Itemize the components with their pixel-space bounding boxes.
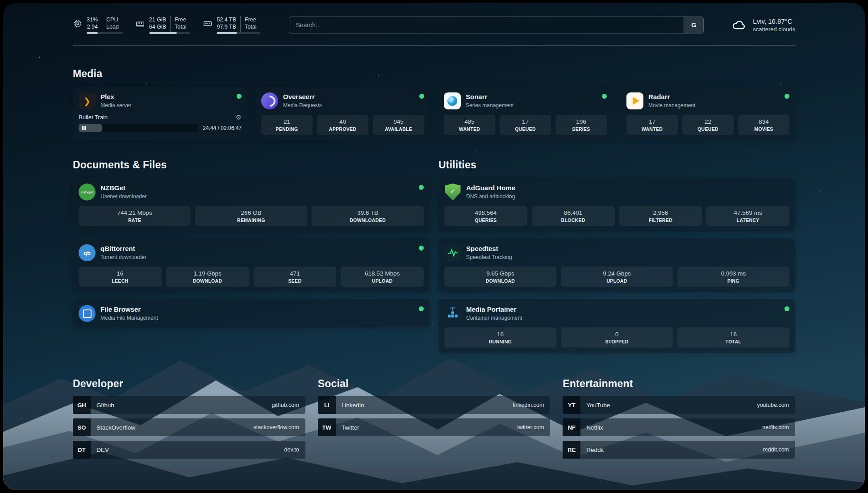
stat-box: 21PENDING: [261, 115, 313, 135]
card-speedtest[interactable]: Speedtest Speedtest Tracking 9.65 GbpsDO…: [438, 238, 795, 292]
status-online-dot: [785, 306, 789, 311]
filebrowser-icon: [79, 305, 96, 322]
topbar-divider: [73, 45, 795, 46]
radarr-icon: [626, 92, 643, 109]
stat-box: 0.993 msPING: [677, 267, 789, 287]
stat-box: 17WANTED: [626, 115, 678, 135]
section-developer: Developer GH Github github.com SO StackO…: [73, 378, 305, 459]
cloud-icon: [731, 18, 747, 32]
section-title-entertainment: Entertainment: [563, 378, 795, 390]
app-subtitle: Media Requests: [283, 102, 322, 109]
status-online-dot: [602, 94, 607, 99]
stackoverflow-badge-icon: SO: [73, 418, 91, 436]
card-overseerr[interactable]: Overseerr Media Requests 21PENDING 40APP…: [255, 87, 430, 140]
cpu-usage-bar: [87, 32, 123, 34]
link-linkedin[interactable]: LI LinkedIn linkedin.com: [318, 396, 551, 414]
app-name: Plex: [100, 93, 131, 101]
window-frame: 31% 2.94 CPU Load: [0, 0, 868, 493]
disk-free-label: Free: [245, 16, 256, 23]
card-sonarr[interactable]: Sonarr Series management 485WANTED 17QUE…: [438, 87, 613, 140]
cpu-widget: 31% 2.94 CPU Load: [73, 16, 123, 34]
speedtest-icon: [444, 244, 461, 261]
disk-free: 52.4 TB: [217, 16, 236, 23]
app-name: Speedtest: [466, 245, 512, 253]
card-plex[interactable]: ❯ Plex Media server Bullet Train ⚙: [73, 87, 247, 140]
adguard-icon: ✓: [444, 184, 461, 201]
status-online-dot: [237, 94, 242, 99]
app-subtitle: Movie management: [648, 102, 695, 109]
portainer-icon: [444, 305, 461, 322]
search-bar: G: [289, 17, 704, 33]
section-social: Social LI LinkedIn linkedin.com TW Twitt…: [318, 378, 551, 436]
disk-total: 97.9 TB: [217, 23, 236, 30]
playback-progress-bar: [79, 124, 198, 132]
card-nzbget[interactable]: nzbget NZBGet Usenet downloader 744.21 M…: [73, 178, 430, 231]
app-subtitle: Series management: [466, 102, 513, 109]
netflix-badge-icon: NF: [563, 418, 580, 436]
stat-box: 834MOVIES: [738, 115, 789, 135]
app-name: qBittorrent: [100, 245, 146, 253]
twitter-badge-icon: TW: [318, 418, 336, 436]
sonarr-icon: [444, 92, 461, 109]
search-input[interactable]: [289, 17, 684, 33]
link-youtube[interactable]: YT YouTube youtube.com: [563, 396, 795, 414]
app-name: Overseerr: [283, 93, 322, 101]
link-twitter[interactable]: TW Twitter twitter.com: [318, 418, 551, 436]
section-title-documents: Documents & Files: [73, 159, 430, 171]
overseerr-icon: [261, 92, 278, 109]
stat-box: 22QUEUED: [682, 115, 734, 135]
app-name: Media Portainer: [466, 305, 522, 314]
link-reddit[interactable]: RE Reddit reddit.com: [563, 441, 795, 459]
status-online-dot: [419, 185, 424, 190]
stat-box: 9.65 GbpsDOWNLOAD: [444, 267, 556, 287]
link-netflix[interactable]: NF Netflix netflix.com: [563, 418, 795, 436]
status-online-dot: [419, 246, 424, 251]
dev-badge-icon: DT: [73, 441, 91, 459]
stat-box: 0STOPPED: [561, 327, 673, 347]
disk-widget: 52.4 TB 97.9 TB Free Total: [203, 16, 260, 34]
stat-box: 9.24 GbpsUPLOAD: [561, 267, 673, 287]
stat-box: 471SEED: [254, 267, 337, 287]
app-subtitle: Media server: [100, 102, 131, 109]
top-bar: 31% 2.94 CPU Load: [73, 14, 795, 36]
ram-total-label: Total: [175, 23, 186, 30]
cpu-load: 2.94: [87, 23, 98, 30]
card-radarr[interactable]: Radarr Movie management 17WANTED 22QUEUE…: [621, 87, 795, 140]
section-title-social: Social: [318, 378, 551, 390]
weather-location-temp: Lviv, 16.87°C: [753, 17, 795, 25]
stat-box: 485WANTED: [444, 115, 495, 135]
stat-box: 47.569 msLATENCY: [706, 206, 789, 226]
cpu-percent: 31%: [87, 16, 98, 23]
status-online-dot: [419, 94, 424, 99]
stat-box: 16RUNNING: [444, 327, 556, 347]
weather-widget: Lviv, 16.87°C scattered clouds: [731, 17, 795, 33]
section-media: Media ❯ Plex Media server Bullet Train: [73, 68, 795, 140]
qbittorrent-icon: qb: [79, 244, 96, 261]
app-subtitle: Speedtest Tracking: [466, 254, 512, 260]
card-filebrowser[interactable]: File Browser Media File Management: [73, 299, 430, 327]
stat-box: 744.21 MbpsRATE: [79, 206, 191, 226]
status-online-dot: [419, 306, 424, 311]
card-qbittorrent[interactable]: qb qBittorrent Torrent downloader 16LEEC…: [73, 238, 430, 292]
link-dev[interactable]: DT DEV dev.to: [73, 441, 305, 459]
stat-box: 266 GBREMAINING: [195, 206, 307, 226]
ram-free-label: Free: [175, 16, 186, 23]
pause-icon[interactable]: [82, 126, 86, 130]
weather-condition: scattered clouds: [753, 26, 795, 33]
status-online-dot: [785, 94, 789, 99]
ram-total: 64 GiB: [149, 23, 166, 30]
link-stackoverflow[interactable]: SO StackOverflow stackoverflow.com: [73, 418, 305, 436]
link-github[interactable]: GH Github github.com: [73, 396, 305, 414]
now-playing-title: Bullet Train: [79, 114, 108, 121]
playback-time: 24:44 / 02:06:47: [203, 125, 242, 131]
ram-usage-bar: [149, 32, 191, 34]
section-entertainment: Entertainment YT YouTube youtube.com NF …: [563, 378, 795, 459]
section-title-developer: Developer: [73, 378, 305, 390]
stat-box: 498,564QUERIES: [444, 206, 527, 226]
card-adguard[interactable]: ✓ AdGuard Home DNS and adblocking 498,56…: [438, 178, 795, 231]
gear-icon[interactable]: ⚙: [236, 114, 242, 121]
linkedin-badge-icon: LI: [318, 396, 336, 414]
search-engine-button[interactable]: G: [684, 17, 703, 33]
stat-box: 618.52 MbpsUPLOAD: [341, 267, 424, 287]
card-portainer[interactable]: Media Portainer Container management 16R…: [438, 299, 795, 353]
